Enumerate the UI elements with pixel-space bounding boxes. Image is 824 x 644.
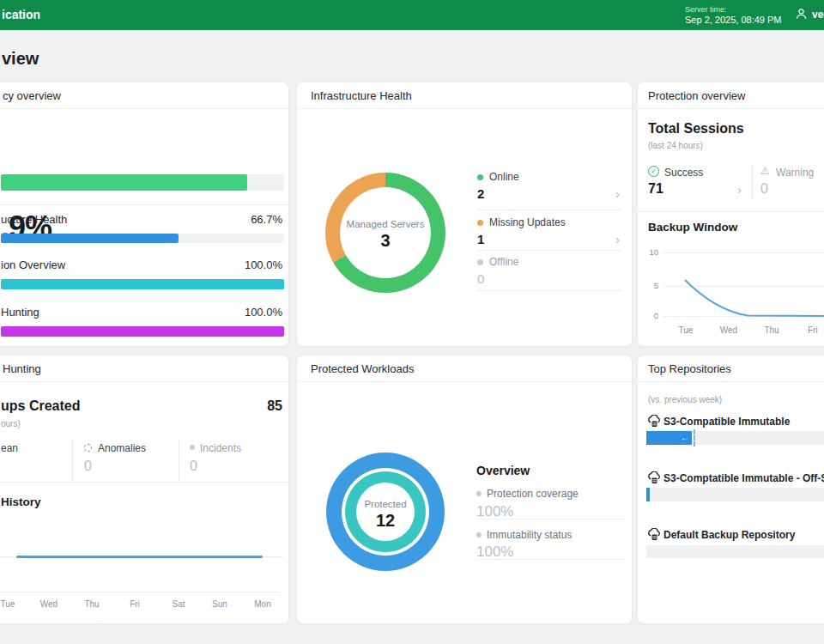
backups-created-subtitle: ours)	[1, 419, 21, 428]
x-label-fri: Fri	[796, 325, 824, 335]
stat-label: Success	[664, 167, 703, 179]
backups-created-label: ups Created	[1, 398, 80, 414]
divider	[752, 163, 753, 201]
card-title: Hunting	[3, 362, 41, 375]
donut-label: Managed Servers	[325, 219, 445, 229]
legend-value: 0	[477, 271, 484, 286]
history-title: History	[1, 495, 41, 508]
metric-value-threat-hunting: 100.0%	[245, 306, 282, 319]
resiliency-score-bar	[1, 174, 284, 191]
stat-value: 0	[84, 459, 92, 474]
legend-value: 2	[477, 186, 484, 201]
app-title: ication	[2, 8, 40, 21]
total-sessions-title: Total Sessions	[648, 121, 744, 137]
divider	[638, 211, 824, 212]
axis-line	[0, 592, 280, 592]
dashboard-page: ication Server time: Sep 2, 2025, 08:49 …	[0, 0, 824, 644]
user-menu[interactable]: vee	[795, 8, 824, 21]
online-dot-icon	[477, 174, 483, 180]
metric-value-infrastructure-health: 66.7%	[251, 213, 282, 226]
cloud-storage-icon	[647, 471, 661, 484]
server-time-value: Sep 2, 2025, 08:49 PM	[685, 15, 782, 25]
legend-item-online[interactable]: Online 2 ›	[477, 171, 623, 210]
repo-usage-bar	[646, 488, 824, 501]
repo-usage-fill: ←	[646, 431, 692, 445]
card-header: Top Repositories	[638, 355, 824, 382]
stat-label: Warning	[776, 167, 814, 179]
incidents-dot-icon	[190, 445, 195, 450]
divider	[477, 210, 621, 210]
item-value: 100%	[476, 544, 513, 561]
x-label-mon: Mon	[245, 599, 280, 609]
legend-label: Offline	[489, 256, 518, 268]
stat-value: 0	[190, 459, 197, 474]
metric-label-protection-overview: ion Overview	[1, 258, 65, 271]
metric-bar-fill	[1, 279, 284, 289]
card-header: Protection overview	[638, 82, 824, 109]
bullet-dot-icon	[476, 491, 482, 496]
donut-value: 12	[326, 511, 445, 531]
cloud-storage-icon	[647, 415, 661, 428]
card-protected-workloads: Protected Workloads Protected 12 Overvie…	[296, 355, 633, 624]
card-title: Top Repositories	[648, 362, 731, 375]
metric-value-protection-overview: 100.0%	[245, 258, 282, 271]
donut-center: Protected 12	[326, 499, 445, 531]
card-resiliency-overview: cy overview .9% ucture Health 66.7% ion …	[0, 82, 289, 347]
x-label-tue: Tue	[0, 599, 25, 609]
stat-label: Anomalies	[98, 442, 146, 454]
divider	[476, 559, 624, 560]
stat-label: ean	[1, 442, 18, 454]
metric-bar-protection-overview	[1, 279, 284, 289]
offline-dot-icon	[477, 259, 483, 265]
metric-bar-threat-hunting	[1, 326, 284, 337]
success-check-icon: ✓	[648, 166, 659, 177]
page-title: view	[2, 49, 39, 69]
x-label-thu: Thu	[754, 325, 789, 335]
chevron-right-icon: ›	[615, 232, 620, 246]
server-time-label: Server time:	[685, 5, 727, 14]
history-line-chart	[16, 556, 263, 558]
donut-label: Protected	[326, 499, 445, 509]
metric-label-threat-hunting: Hunting	[1, 306, 39, 319]
backup-window-title: Backup Window	[648, 221, 737, 234]
card-header: Protected Workloads	[297, 355, 632, 382]
stat-value: 0	[760, 181, 768, 197]
total-sessions-subtitle: (last 24 hours)	[648, 141, 703, 150]
backups-created-value: 85	[267, 398, 282, 414]
previous-week-marker	[694, 429, 695, 447]
card-title: Protected Workloads	[311, 362, 414, 375]
stat-value: 71	[648, 181, 663, 197]
repo-name: Default Backup Repository	[663, 529, 795, 541]
bullet-dot-icon	[476, 532, 482, 538]
card-title: Infrastructure Health	[311, 89, 412, 102]
divider	[0, 204, 288, 205]
y-tick-0: 0	[641, 311, 658, 320]
backup-window-line-chart	[663, 246, 824, 327]
legend-label: Missing Updates	[489, 216, 566, 228]
divider	[72, 440, 73, 481]
user-name: vee	[812, 9, 824, 21]
x-label-wed: Wed	[712, 325, 746, 335]
card-title: Protection overview	[648, 89, 745, 102]
chevron-right-icon: ›	[737, 182, 742, 197]
divider	[477, 290, 621, 291]
card-protection-overview: Protection overview Total Sessions (last…	[637, 82, 824, 347]
user-icon	[795, 8, 808, 21]
divider	[0, 482, 288, 483]
repo-usage-bar	[646, 545, 824, 558]
metric-bar-fill	[1, 326, 284, 337]
repo-usage-fill	[646, 488, 650, 501]
legend-item-offline: Offline 0	[477, 256, 623, 295]
legend-value: 1	[477, 232, 484, 246]
card-title: cy overview	[3, 89, 61, 102]
x-label-fri: Fri	[118, 599, 152, 609]
donut-center: Managed Servers 3	[325, 219, 445, 251]
divider	[477, 250, 621, 251]
x-label-sun: Sun	[203, 599, 237, 609]
anomalies-icon	[84, 444, 92, 452]
y-tick-5: 5	[641, 281, 658, 290]
top-app-bar: ication Server time: Sep 2, 2025, 08:49 …	[0, 0, 824, 30]
trend-left-arrow-icon: ←	[681, 433, 689, 442]
repo-name: S3-Compatible Immutable	[663, 416, 790, 428]
divider	[179, 440, 179, 481]
